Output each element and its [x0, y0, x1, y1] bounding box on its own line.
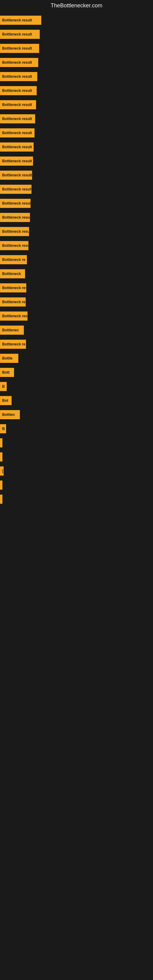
bottleneck-bar[interactable]: Bottleneck resu [0, 227, 29, 236]
bottleneck-bar[interactable] [0, 452, 2, 461]
bar-label: Bottleneck result [2, 32, 32, 37]
bar-row: Bottleneck result [0, 57, 153, 68]
bar-row: Bottleneck result [0, 127, 153, 139]
bottleneck-bar[interactable]: Bottleneck result [0, 185, 32, 194]
bar-label: Bottleneck result [2, 173, 32, 177]
bottleneck-bar[interactable]: Bottleneck result [0, 213, 30, 222]
bar-label: Bottleneck result [2, 46, 32, 51]
bottleneck-bar[interactable]: Bottleneck result [0, 86, 37, 95]
bar-label: Bot [2, 398, 8, 403]
bar-row [0, 479, 153, 491]
bar-label: Bottleneck result [2, 18, 32, 22]
site-title: TheBottlenecker.com [0, 0, 153, 11]
bar-label: Bottleneck result [2, 131, 32, 135]
bottleneck-bar[interactable]: Bottlenec [0, 326, 24, 335]
bar-row: Bot [0, 395, 153, 406]
bar-row: Bottleneck result [0, 197, 153, 209]
bar-row: Bottleneck result [0, 43, 153, 54]
bars-container: Bottleneck resultBottleneck resultBottle… [0, 11, 153, 511]
bottleneck-bar[interactable]: Bott [0, 368, 14, 377]
bottleneck-bar[interactable]: Bottleneck result [0, 241, 29, 250]
bottleneck-bar[interactable] [0, 438, 2, 447]
bar-row: Bott [0, 367, 153, 378]
bar-row: Bottleneck result [0, 155, 153, 167]
bar-row: Bottleneck result [0, 240, 153, 251]
bottleneck-bar[interactable]: [ [0, 466, 4, 476]
bottleneck-bar[interactable]: Bottleneck [0, 269, 25, 278]
bar-label: Bottleneck result [2, 159, 32, 163]
bottleneck-bar[interactable]: Bottleneck result [0, 156, 33, 166]
bar-row [0, 437, 153, 449]
bar-label: Bottleneck result [2, 243, 29, 248]
bottleneck-bar[interactable]: Bottleneck re [0, 255, 27, 264]
bottleneck-bar[interactable]: Bottleneck re [0, 298, 26, 307]
bottleneck-bar[interactable]: Bottleneck result [0, 170, 32, 180]
bottleneck-bar[interactable]: Bottleneck result [0, 58, 38, 67]
bar-label: Bottleneck resu [2, 314, 27, 318]
bar-row: Bottleneck res [0, 282, 153, 294]
bar-row: Bottlen [0, 409, 153, 420]
bar-label: Bottleneck result [2, 145, 32, 149]
bar-row: Bottleneck [0, 268, 153, 280]
bar-label: Bottle [2, 356, 13, 360]
bar-row: B [0, 423, 153, 434]
bar-row: Bottleneck result [0, 99, 153, 111]
bar-label: Bottleneck result [2, 215, 30, 220]
bottleneck-bar[interactable] [0, 480, 2, 490]
bar-label: Bottleneck result [2, 89, 32, 93]
bar-label: Bottlen [2, 412, 15, 417]
bar-label: Bottleneck re [2, 342, 26, 346]
bottleneck-bar[interactable]: Bottleneck res [0, 283, 26, 293]
bottleneck-bar[interactable]: Bottleneck result [0, 100, 36, 109]
bar-label: Bottleneck result [2, 75, 32, 79]
bar-label: Bottleneck result [2, 60, 32, 65]
bar-row: Bottleneck resu [0, 310, 153, 322]
bar-row: Bottleneck re [0, 254, 153, 266]
bottleneck-bar[interactable]: Bottle [0, 354, 18, 363]
bar-row: Bottleneck result [0, 85, 153, 97]
bar-row: Bottleneck result [0, 14, 153, 26]
bottleneck-bar[interactable]: Bottleneck result [0, 72, 37, 81]
bottleneck-bar[interactable]: Bottleneck result [0, 44, 39, 53]
bottleneck-bar[interactable]: Bottleneck result [0, 199, 30, 208]
bar-row: Bottlenec [0, 324, 153, 336]
bar-label: Bottleneck [2, 272, 21, 276]
bottleneck-bar[interactable]: Bot [0, 396, 12, 405]
bar-label: [ [2, 469, 3, 473]
bar-row: Bottleneck result [0, 71, 153, 83]
bar-label: Bottleneck re [2, 258, 26, 262]
bottleneck-bar[interactable]: B [0, 424, 6, 433]
bottleneck-bar[interactable]: Bottleneck result [0, 142, 33, 151]
bottleneck-bar[interactable]: B [0, 382, 7, 391]
bottleneck-bar[interactable]: Bottleneck resu [0, 312, 27, 321]
bottleneck-bar[interactable]: Bottleneck result [0, 30, 40, 39]
bar-label: Bott [2, 370, 10, 375]
bar-row: Bottle [0, 353, 153, 364]
bar-row: B [0, 381, 153, 392]
bottleneck-bar[interactable]: Bottleneck result [0, 16, 41, 25]
bar-row: Bottleneck result [0, 113, 153, 125]
bar-label: Bottleneck result [2, 117, 32, 121]
bottleneck-bar[interactable]: Bottleneck result [0, 128, 35, 137]
bottleneck-bar[interactable]: Bottlen [0, 410, 20, 419]
bottleneck-bar[interactable] [0, 495, 2, 504]
bar-row: Bottleneck result [0, 169, 153, 181]
bar-row: Bottleneck result [0, 29, 153, 40]
bar-row: Bottleneck resu [0, 226, 153, 237]
bar-label: B [2, 426, 5, 431]
bar-row [0, 451, 153, 463]
bar-row [0, 493, 153, 505]
bar-row: Bottleneck result [0, 212, 153, 223]
bar-row: Bottleneck result [0, 183, 153, 195]
bar-label: Bottleneck result [2, 201, 30, 205]
bar-label: Bottleneck result [2, 187, 32, 191]
bar-label: Bottleneck resu [2, 229, 29, 234]
bar-label: B [2, 384, 5, 389]
bottleneck-bar[interactable]: Bottleneck result [0, 114, 35, 123]
bar-row: [ [0, 465, 153, 477]
bar-label: Bottleneck re [2, 300, 26, 304]
bar-label: Bottleneck res [2, 286, 26, 290]
bottleneck-bar[interactable]: Bottleneck re [0, 340, 26, 349]
bar-row: Bottleneck re [0, 296, 153, 308]
bar-row: Bottleneck result [0, 141, 153, 153]
